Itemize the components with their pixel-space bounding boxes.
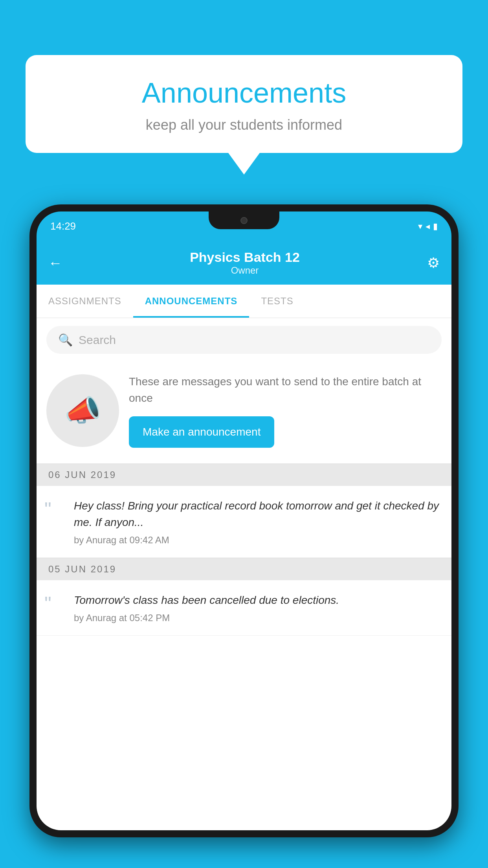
header-title-group: Physics Batch 12 Owner	[190, 250, 300, 276]
make-announcement-button[interactable]: Make an announcement	[129, 416, 274, 448]
phone-screen: ← Physics Batch 12 Owner ⚙ ASSIGNMENTS A…	[37, 241, 451, 830]
tab-announcements[interactable]: ANNOUNCEMENTS	[133, 285, 250, 318]
announcement-body-1: Hey class! Bring your practical record b…	[74, 498, 440, 546]
speech-bubble-tail	[228, 153, 260, 175]
status-bar: 14:29 ▾ ◂ ▮	[37, 211, 451, 241]
promo-description: These are messages you want to send to t…	[129, 373, 442, 406]
date-divider-2: 05 JUN 2019	[37, 558, 451, 580]
speech-bubble-section: Announcements keep all your students inf…	[26, 55, 462, 175]
phone-wrapper: 14:29 ▾ ◂ ▮ ← Physics Batch 12 Owner ⚙	[29, 204, 459, 868]
battery-icon: ▮	[433, 221, 438, 232]
header-subtitle: Owner	[190, 265, 300, 276]
search-icon: 🔍	[58, 333, 73, 347]
camera-lens	[240, 217, 248, 224]
search-placeholder: Search	[79, 333, 116, 347]
phone-frame: 14:29 ▾ ◂ ▮ ← Physics Batch 12 Owner ⚙	[29, 204, 459, 837]
promo-section: 📣 These are messages you want to send to…	[37, 362, 451, 463]
app-header: ← Physics Batch 12 Owner ⚙	[37, 241, 451, 285]
announcement-meta-2: by Anurag at 05:42 PM	[74, 612, 440, 623]
quote-icon-1: "	[44, 498, 66, 519]
tab-bar: ASSIGNMENTS ANNOUNCEMENTS TESTS	[37, 285, 451, 318]
tab-tests[interactable]: TESTS	[249, 285, 305, 318]
megaphone-icon: 📣	[64, 394, 101, 428]
quote-icon-2: "	[44, 592, 66, 614]
status-icons: ▾ ◂ ▮	[418, 221, 438, 232]
speech-bubble-subtitle: keep all your students informed	[49, 117, 439, 133]
search-bar[interactable]: 🔍 Search	[46, 326, 442, 354]
speech-bubble: Announcements keep all your students inf…	[26, 55, 462, 153]
speech-bubble-title: Announcements	[49, 77, 439, 109]
header-title: Physics Batch 12	[190, 250, 300, 265]
settings-gear-icon[interactable]: ⚙	[427, 255, 440, 271]
status-time: 14:29	[50, 220, 76, 232]
wifi-icon: ▾	[418, 221, 422, 232]
date-divider-1: 06 JUN 2019	[37, 463, 451, 486]
promo-icon-circle: 📣	[46, 374, 119, 447]
promo-right: These are messages you want to send to t…	[129, 373, 442, 448]
announcement-meta-1: by Anurag at 09:42 AM	[74, 535, 440, 546]
announcement-item-2[interactable]: " Tomorrow's class has been cancelled du…	[37, 580, 451, 636]
back-button[interactable]: ←	[48, 255, 62, 271]
announcement-text-1: Hey class! Bring your practical record b…	[74, 498, 440, 531]
tab-assignments[interactable]: ASSIGNMENTS	[37, 285, 133, 318]
announcement-item-1[interactable]: " Hey class! Bring your practical record…	[37, 486, 451, 558]
signal-icon: ◂	[426, 221, 430, 232]
announcement-text-2: Tomorrow's class has been cancelled due …	[74, 592, 440, 609]
announcement-body-2: Tomorrow's class has been cancelled due …	[74, 592, 440, 623]
phone-notch	[209, 211, 279, 229]
